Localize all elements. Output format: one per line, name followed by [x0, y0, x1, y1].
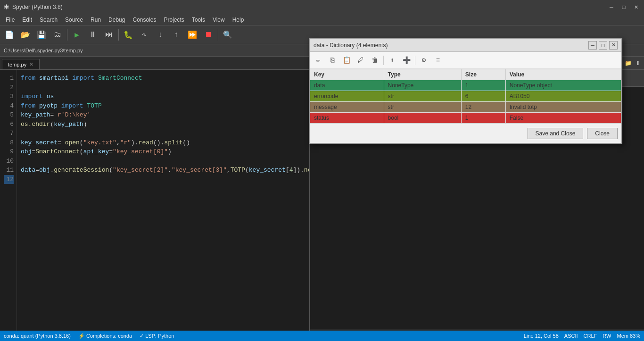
menu-file[interactable]: File — [2, 16, 18, 24]
dict-close-button[interactable]: Close — [587, 128, 618, 139]
toolbar-sep-3 — [218, 29, 218, 41]
var-path-up-icon[interactable]: ⬆ — [636, 60, 640, 67]
status-completions: ⚡ Completions: conda — [78, 333, 132, 339]
tab-label: temp.py — [8, 62, 26, 67]
menu-debug[interactable]: Debug — [105, 16, 129, 24]
code-editor[interactable]: 1 2 3 4 5 6 7 8 9 10 11 12 from smartapi… — [0, 70, 309, 341]
table-row[interactable]: data NoneType 1 NoneType object — [310, 80, 621, 91]
title-bar: 🕷 Spyder (Python 3.8) ─ □ ✕ — [0, 0, 644, 14]
dict-view-btn[interactable]: 🖊 — [354, 54, 367, 67]
dict-edit-btn[interactable]: ✏ — [312, 54, 325, 67]
file-path: C:\Users\Dell\.spyder-py3\temp.py — [4, 48, 83, 53]
table-row[interactable]: message str 12 Invalid totp — [310, 102, 621, 113]
line-numbers: 1 2 3 4 5 6 7 8 9 10 11 12 — [0, 70, 17, 341]
dict-copy-btn[interactable]: ⎘ — [326, 54, 339, 67]
dict-footer: Save and Close Close — [310, 124, 621, 143]
step-into-button[interactable]: ↓ — [153, 27, 168, 42]
dict-delete-btn[interactable]: 🗑 — [368, 54, 381, 67]
var-path-folder-icon[interactable]: 📁 — [625, 60, 632, 67]
col-header-size: Size — [461, 69, 505, 80]
dict-add-btn[interactable]: ➕ — [400, 54, 413, 67]
dict-maximize-btn[interactable]: □ — [599, 41, 607, 50]
find-replace-button[interactable]: 🔍 — [220, 27, 235, 42]
step-out-button[interactable]: ↑ — [169, 27, 184, 42]
status-conda: conda: quant (Python 3.8.16) — [4, 333, 71, 339]
cell-size: 12 — [461, 102, 505, 113]
menu-consoles[interactable]: Consoles — [129, 16, 160, 24]
line-num-8: 8 — [4, 138, 14, 148]
status-mem: Mem 83% — [617, 333, 640, 339]
line-num-11: 11 — [4, 166, 14, 175]
debug-button[interactable]: 🐛 — [121, 27, 136, 42]
step-over-button[interactable]: ↷ — [137, 27, 152, 42]
line-num-1: 1 — [4, 74, 14, 83]
cell-type: str — [384, 91, 461, 102]
cell-key: data — [310, 80, 384, 91]
maximize-button[interactable]: □ — [619, 3, 628, 11]
dict-icon-bar: ✏ ⎘ 📋 🖊 🗑 ⬆ ➕ ⚙ ≡ — [310, 52, 621, 69]
status-encoding: ASCII — [564, 333, 578, 339]
status-bar: conda: quant (Python 3.8.16) ⚡ Completio… — [0, 331, 644, 341]
dict-sep1 — [383, 56, 384, 65]
save-and-close-button[interactable]: Save and Close — [528, 128, 584, 139]
line-num-5: 5 — [4, 110, 14, 120]
dict-options-btn[interactable]: ⚙ — [417, 54, 430, 67]
cell-size: 1 — [461, 80, 505, 91]
save-file-button[interactable]: 💾 — [34, 27, 49, 42]
run-cell-button[interactable]: ⏸ — [85, 27, 100, 42]
run-cell-advance-button[interactable]: ⏭ — [101, 27, 116, 42]
stop-debug-button[interactable]: ⏹ — [201, 27, 216, 42]
cell-key: message — [310, 102, 384, 113]
table-row[interactable]: errorcode str 6 AB1050 — [310, 91, 621, 102]
dict-clipboard-btn[interactable]: 📋 — [340, 54, 353, 67]
close-button[interactable]: ✕ — [632, 3, 640, 11]
cell-key: errorcode — [310, 91, 384, 102]
open-file-button[interactable]: 📂 — [18, 27, 33, 42]
menu-help[interactable]: Help — [229, 16, 248, 24]
line-num-12: 12 — [4, 175, 14, 184]
dict-title-bar: data - Dictionary (4 elements) ─ □ ✕ — [310, 39, 621, 52]
dict-more-btn[interactable]: ≡ — [431, 54, 445, 67]
dict-dialog: data - Dictionary (4 elements) ─ □ ✕ ✏ ⎘… — [309, 38, 622, 144]
menu-search[interactable]: Search — [36, 16, 61, 24]
spyder-icon: 🕷 — [4, 4, 9, 10]
dict-close-btn[interactable]: ✕ — [609, 41, 618, 50]
menu-source[interactable]: Source — [61, 16, 87, 24]
status-rw: RW — [603, 333, 611, 339]
cell-type: NoneType — [384, 80, 461, 91]
menu-run[interactable]: Run — [87, 16, 105, 24]
menu-view[interactable]: View — [209, 16, 229, 24]
code-content[interactable]: from smartapi import SmartConnect import… — [17, 70, 309, 341]
line-num-3: 3 — [4, 92, 14, 101]
continue-button[interactable]: ⏩ — [185, 27, 200, 42]
line-num-6: 6 — [4, 120, 14, 129]
table-row[interactable]: status bool 1 False — [310, 113, 621, 124]
col-header-type: Type — [384, 69, 461, 80]
cell-type: bool — [384, 113, 461, 124]
dict-sep2 — [415, 56, 415, 65]
menu-edit[interactable]: Edit — [18, 16, 36, 24]
run-button[interactable]: ▶ — [69, 27, 84, 42]
save-all-button[interactable]: 🗂 — [50, 27, 65, 42]
status-position: Line 12, Col 58 — [524, 333, 559, 339]
minimize-button[interactable]: ─ — [607, 3, 616, 11]
line-num-9: 9 — [4, 147, 14, 157]
col-header-key[interactable]: Key — [310, 69, 384, 80]
tab-bar: temp.py ✕ — [0, 57, 309, 70]
line-num-10: 10 — [4, 157, 14, 166]
app-title: Spyder (Python 3.8) — [12, 4, 63, 10]
editor-tab[interactable]: temp.py ✕ — [2, 59, 40, 69]
line-num-4: 4 — [4, 101, 14, 111]
line-num-2: 2 — [4, 83, 14, 92]
dict-import-btn[interactable]: ⬆ — [386, 54, 399, 67]
menu-projects[interactable]: Projects — [160, 16, 188, 24]
toolbar-sep-2 — [118, 29, 119, 41]
menu-bar: File Edit Search Source Run Debug Consol… — [0, 14, 644, 25]
tab-close-button[interactable]: ✕ — [29, 61, 33, 67]
status-lsp: ✓ LSP: Python — [140, 333, 174, 339]
cell-size: 6 — [461, 91, 505, 102]
editor-panel: temp.py ✕ 1 2 3 4 5 6 7 8 9 10 11 12 fro… — [0, 57, 310, 341]
menu-tools[interactable]: Tools — [188, 16, 209, 24]
new-file-button[interactable]: 📄 — [2, 27, 17, 42]
dict-minimize-btn[interactable]: ─ — [588, 41, 597, 50]
